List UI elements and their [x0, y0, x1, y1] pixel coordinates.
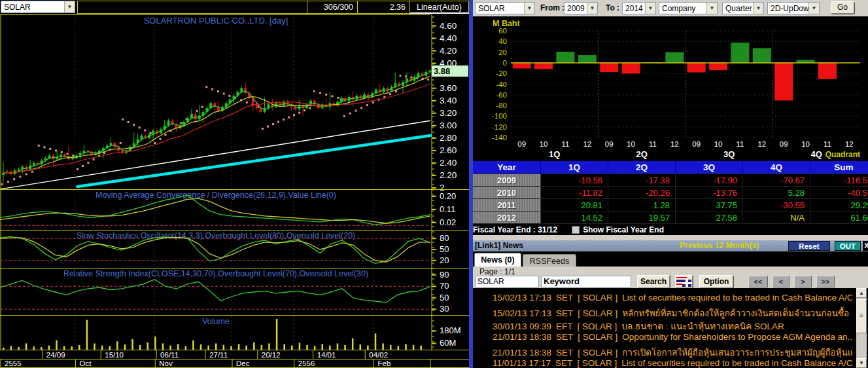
svg-text:20: 20 — [498, 48, 507, 56]
chevron-down-icon[interactable]: ▼ — [64, 1, 75, 12]
scale-mode-button[interactable]: Linear(Auto) — [409, 1, 469, 14]
prev-page-button[interactable]: < — [773, 276, 790, 287]
news-item[interactable]: 15/02/13 17:13SET[ SOLAR ]List of securi… — [493, 293, 852, 306]
svg-text:09: 09 — [517, 140, 526, 148]
svg-text:2Q: 2Q — [636, 149, 648, 159]
news-symbol: [ SOLAR ] — [578, 293, 617, 303]
news-item[interactable]: 21/01/13 18:38SET[ SOLAR ]การเปิดโอกาสให… — [493, 345, 852, 358]
next-page-button[interactable]: > — [794, 276, 812, 287]
first-page-button[interactable]: << — [748, 276, 768, 287]
value-cell: -70.67 — [743, 174, 810, 187]
chevron-down-icon[interactable]: ▼ — [753, 3, 763, 14]
close-button[interactable]: X — [863, 241, 868, 251]
svg-text:50: 50 — [440, 244, 449, 254]
svg-text:3Q: 3Q — [723, 149, 735, 159]
svg-text:3.00: 3.00 — [440, 120, 457, 130]
news-item[interactable]: 30/01/13 09:39EFT[ SOLAR ]บล.ธนชาต : แนะ… — [493, 319, 852, 332]
previous-months-label: Previous 12 Month(s) — [680, 241, 759, 250]
svg-text:Feb: Feb — [377, 359, 391, 367]
news-item[interactable]: 15/02/13 17:13SET[ SOLAR ]หลักทรัพย์ที่ส… — [493, 306, 852, 319]
show-fiscal-checkbox[interactable] — [572, 226, 580, 234]
out-button[interactable]: OUT — [835, 241, 861, 251]
table-header-row: Year1Q2Q3Q4QSum — [473, 161, 868, 174]
fundamental-panel: SOLAR▼ From : 2009▼ To : 2014▼ Company▼ … — [473, 0, 868, 368]
chevron-down-icon[interactable]: ▼ — [706, 3, 717, 14]
year-cell: 2011 — [473, 199, 541, 212]
news-source: SET — [556, 348, 573, 358]
news-source: SET — [556, 308, 573, 318]
svg-text:0.11: 0.11 — [440, 204, 455, 214]
value-cell: 5.28 — [743, 187, 810, 199]
value-cell: 27.58 — [676, 212, 743, 224]
svg-text:09: 09 — [605, 140, 614, 148]
price-chart-svg: SOLARTRON PUBLIC CO.,LTD. [day]4.604.404… — [0, 14, 469, 368]
chevron-down-icon[interactable]: ▼ — [645, 3, 655, 14]
scrollbar-thumb[interactable] — [856, 299, 867, 333]
language-flag-button[interactable] — [675, 275, 693, 288]
news-headline: การเปิดโอกาสให้ผู้ถือหุ้นเสนอวาระการประช… — [622, 348, 852, 358]
price-chart-canvas[interactable]: SOLARTRON PUBLIC CO.,LTD. [day]4.604.404… — [0, 14, 469, 368]
go-button[interactable]: Go — [831, 1, 854, 14]
keyword-input[interactable]: Keyword — [541, 276, 631, 287]
value-cell: -30.55 — [743, 199, 810, 212]
from-year-select[interactable]: 2009▼ — [564, 2, 598, 14]
chevron-down-icon[interactable]: ▼ — [587, 3, 597, 14]
value-cell: -40.57 — [810, 187, 868, 199]
chart-window: SOLAR ▼ 306/300 2.36 Linear(Auto) SOLART… — [0, 0, 473, 368]
svg-text:1Q: 1Q — [549, 149, 560, 159]
svg-text:06/11: 06/11 — [160, 351, 179, 359]
quarterly-table: Year1Q2Q3Q4QSum2009-10.56-17.38-17.90-70… — [473, 161, 868, 224]
reset-button[interactable]: Reset — [788, 241, 830, 251]
svg-text:2555: 2555 — [5, 359, 22, 367]
period-select[interactable]: Quarter▼ — [722, 2, 764, 14]
last-price-tag: 3.88 — [432, 65, 468, 77]
value-cell: 37.75 — [676, 199, 743, 212]
column-header: 3Q — [676, 161, 743, 174]
svg-text:14/01: 14/01 — [317, 351, 336, 359]
last-page-button[interactable]: >> — [816, 276, 835, 287]
query-toolbar: SOLAR▼ From : 2009▼ To : 2014▼ Company▼ … — [473, 0, 868, 16]
to-year-select[interactable]: 2014▼ — [622, 2, 656, 14]
search-input[interactable]: SOLAR — [475, 276, 539, 287]
svg-text:-20: -20 — [496, 69, 507, 77]
svg-text:2.80: 2.80 — [440, 133, 457, 143]
svg-text:Nov: Nov — [159, 359, 173, 367]
svg-text:-60: -60 — [496, 91, 507, 99]
svg-text:10: 10 — [801, 140, 810, 148]
svg-text:Oct: Oct — [79, 359, 92, 367]
tab-news[interactable]: News (0) — [474, 253, 521, 267]
svg-text:80: 80 — [440, 233, 449, 243]
news-item[interactable]: 21/01/13 18:38SET[ SOLAR ]Opportunity fo… — [493, 332, 852, 345]
svg-text:-80: -80 — [496, 101, 507, 109]
news-scrollbar[interactable]: ▲ ▼ — [856, 288, 867, 368]
symbol-select[interactable]: SOLAR ▼ — [1, 1, 75, 13]
chevron-down-icon[interactable]: ▼ — [524, 3, 534, 14]
tab-rssfeeds[interactable]: RSSFeeds — [523, 254, 576, 267]
scroll-up-icon[interactable]: ▲ — [856, 288, 867, 298]
svg-text:11: 11 — [824, 140, 831, 148]
news-symbol: [ SOLAR ] — [578, 332, 617, 342]
table-row: 201120.811.2837.75-30.5529.29 — [473, 199, 868, 212]
view-select[interactable]: Company▼ — [659, 2, 718, 14]
trading-workstation: SOLAR ▼ 306/300 2.36 Linear(Auto) SOLART… — [0, 0, 868, 368]
symbol-select-right[interactable]: SOLAR▼ — [475, 2, 535, 14]
svg-text:27/11: 27/11 — [209, 351, 228, 359]
bars-count: 306/300 — [307, 1, 358, 14]
news-toolbar: Page : 1/1 SOLAR Keyword Search Option <… — [473, 267, 868, 288]
scroll-down-icon[interactable]: ▼ — [856, 358, 867, 368]
chevron-down-icon[interactable]: ▼ — [808, 3, 819, 14]
svg-text:4.40: 4.40 — [440, 33, 457, 43]
value-cell: N/A — [743, 212, 810, 224]
svg-text:12: 12 — [583, 140, 591, 148]
news-title: [Link1] News — [475, 241, 523, 250]
svg-text:11: 11 — [649, 140, 657, 148]
svg-text:09: 09 — [692, 140, 701, 148]
column-header: 2Q — [608, 161, 676, 174]
svg-text:90: 90 — [440, 270, 449, 280]
value-cell: 19.57 — [608, 212, 676, 224]
news-item[interactable]: 11/01/13 17:17SET[ SOLAR ]List of securi… — [493, 358, 852, 368]
option-button[interactable]: Option — [699, 275, 733, 288]
search-button[interactable]: Search — [637, 275, 670, 288]
news-date: 11/01/13 17:17 — [493, 358, 551, 368]
display-mode-select[interactable]: 2D-UpDown▼ — [767, 2, 820, 14]
